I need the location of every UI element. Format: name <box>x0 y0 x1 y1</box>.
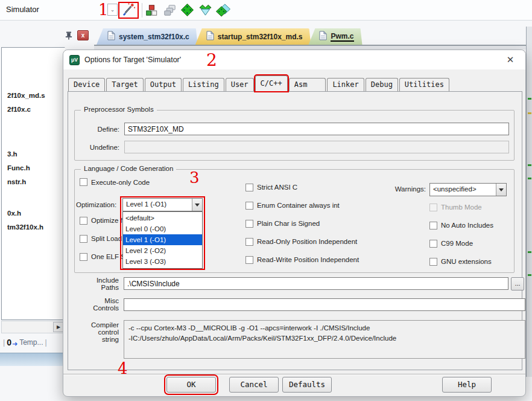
dialog-button[interactable]: Help <box>442 377 492 393</box>
dialog-tab[interactable]: C/C++ <box>255 75 288 91</box>
combo-arrow-icon[interactable] <box>192 199 202 211</box>
output-window-edge <box>0 353 66 366</box>
project-tree-file[interactable]: tm32f10x.h <box>2 220 65 234</box>
option-checkbox[interactable]: Enum Container always int <box>245 200 359 210</box>
checkbox-box[interactable] <box>80 178 87 186</box>
undefine-label: Undefine: <box>83 144 119 151</box>
checkbox-box[interactable] <box>429 240 437 248</box>
project-tree-file[interactable]: nstr.h <box>2 175 65 189</box>
optimization-option[interactable]: Level 3 (-O3) <box>123 256 202 267</box>
project-tree-file[interactable]: 0x.h <box>2 207 65 220</box>
include-paths-label: Include Paths <box>85 277 119 291</box>
options-for-target-dialog: μV Options for Target 'Simulator' ✕ 2 De… <box>63 50 526 397</box>
editor-tab-bar: system_stm32f10x.c startup_stm32f10x_md.… <box>97 28 360 45</box>
dialog-button[interactable]: OK <box>166 377 216 393</box>
panel-close-button[interactable]: x <box>77 30 89 40</box>
dialog-tab[interactable]: Debug <box>366 78 398 91</box>
option-checkbox[interactable]: Thumb Mode <box>429 202 493 212</box>
dialog-tab[interactable]: Linker <box>327 78 364 91</box>
checkbox-box[interactable] <box>80 235 87 243</box>
dialog-close-button[interactable]: ✕ <box>502 53 518 66</box>
option-checkbox[interactable]: Plain Char is Signed <box>245 219 359 228</box>
toolbar-separator <box>142 3 142 18</box>
dialog-tab[interactable]: Device <box>68 78 105 91</box>
dialog-button[interactable]: Defaults <box>282 377 332 393</box>
optimization-option[interactable]: <default> <box>123 213 202 223</box>
warnings-combo[interactable]: <unspecified> <box>429 183 507 196</box>
keil-uvision-icon: μV <box>69 55 80 65</box>
editor-tab[interactable]: system_stm32f10x.c <box>97 28 198 45</box>
include-paths-input[interactable] <box>124 277 508 290</box>
options-for-target-icon[interactable] <box>122 2 136 18</box>
project-tree-file[interactable]: Func.h <box>2 161 65 175</box>
templates-panel-tab[interactable]: | 0 ➜ Temp... | <box>1 336 65 349</box>
checkbox-label: Strict ANSI C <box>257 184 297 191</box>
checkbox-box[interactable] <box>429 204 437 211</box>
dialog-title-bar: μV Options for Target 'Simulator' <box>63 50 525 69</box>
code-mark <box>528 98 531 100</box>
misc-controls-label: Misc Controls <box>85 297 119 312</box>
checkbox-box[interactable] <box>80 253 87 261</box>
dialog-button[interactable]: Cancel <box>229 377 279 393</box>
checkbox-box[interactable] <box>429 258 437 266</box>
misc-controls-input[interactable] <box>124 298 525 311</box>
group-legend: Language / Code Generation <box>81 165 176 172</box>
include-paths-browse-button[interactable]: ... <box>511 277 524 290</box>
option-checkbox[interactable]: Strict ANSI C <box>245 182 359 192</box>
components-icon[interactable] <box>144 2 159 18</box>
define-input[interactable] <box>124 123 509 135</box>
project-tree-file[interactable]: 3.h <box>2 147 65 161</box>
project-tree-file[interactable]: 2f10x.c <box>2 103 65 117</box>
target-select-dropdown-button[interactable]: ⌄ <box>107 4 118 16</box>
select-packs-icon[interactable] <box>198 2 213 18</box>
checkbox-box[interactable] <box>245 202 253 210</box>
project-tree-file[interactable]: 2f10x_md.s <box>2 89 65 103</box>
checkbox-box[interactable] <box>429 222 437 229</box>
optimization-label: Optimization: <box>76 201 121 208</box>
checkbox-box[interactable] <box>245 238 253 246</box>
warnings-label: Warnings: <box>366 185 426 193</box>
dialog-tab[interactable]: User <box>226 78 254 91</box>
optimization-option[interactable]: Level 1 (-O1) <box>123 234 202 245</box>
optimization-combo[interactable]: Level 1 (-O1) <box>122 198 203 211</box>
code-mark <box>528 112 531 114</box>
option-checkbox[interactable]: No Auto Includes <box>429 220 493 230</box>
execute-only-code-checkbox[interactable]: Execute-only Code <box>80 178 150 186</box>
document-icon <box>206 31 214 42</box>
combo-arrow-icon[interactable] <box>496 184 506 196</box>
optimization-option[interactable]: Level 2 (-O2) <box>123 245 202 256</box>
dialog-tab[interactable]: Output <box>145 78 182 91</box>
editor-tab[interactable]: startup_stm32f10x_md.s <box>195 28 311 45</box>
checkbox-label: Read-Only Position Independent <box>257 238 357 245</box>
annotation-step-4: 4 <box>118 361 128 376</box>
dialog-tab[interactable]: Target <box>106 78 143 91</box>
document-icon <box>107 31 115 42</box>
optimization-option[interactable]: Level 0 (-O0) <box>123 223 202 234</box>
checkbox-box[interactable] <box>245 220 253 228</box>
option-checkbox[interactable]: Read-Only Position Independent <box>245 237 359 246</box>
dialog-tab[interactable]: Listing <box>183 78 224 91</box>
dialog-tab[interactable]: Utilities <box>399 78 449 91</box>
checkbox-box[interactable] <box>245 184 253 191</box>
windows-cascade-icon[interactable] <box>162 2 177 18</box>
target-select[interactable]: Simulator <box>6 5 39 14</box>
editor-tab[interactable]: Pwm.c <box>308 28 362 45</box>
code-mark <box>528 274 531 276</box>
pin-icon[interactable] <box>64 30 74 43</box>
manage-rte-icon[interactable] <box>180 2 195 18</box>
ccpp-tab-page: Preprocessor Symbols Define: Undefine: L… <box>68 91 522 370</box>
checkbox-box[interactable] <box>80 217 87 225</box>
checkbox-box[interactable] <box>245 256 253 264</box>
option-checkbox[interactable]: GNU extensions <box>429 257 493 266</box>
right-check-column: Thumb Mode No Auto Includes C99 Mode GNU… <box>429 202 493 275</box>
option-checkbox[interactable]: C99 Mode <box>429 239 493 248</box>
project-tree: 2f10x_md.s2f10x.c3.hFunc.hnstr.h0x.htm32… <box>1 47 65 320</box>
middle-check-column: Strict ANSI C Enum Container always int … <box>245 182 359 273</box>
checkbox-label: Read-Write Position Independent <box>257 256 359 263</box>
pack-installer-icon[interactable] <box>215 2 231 18</box>
functions-icon: 0 <box>7 338 11 347</box>
checkbox-label: C99 Mode <box>441 240 473 247</box>
dialog-tab[interactable]: Asm <box>289 78 326 91</box>
option-checkbox[interactable]: Read-Write Position Independent <box>245 255 359 265</box>
tree-horizontal-scrollbar[interactable]: ▶ <box>1 321 65 333</box>
